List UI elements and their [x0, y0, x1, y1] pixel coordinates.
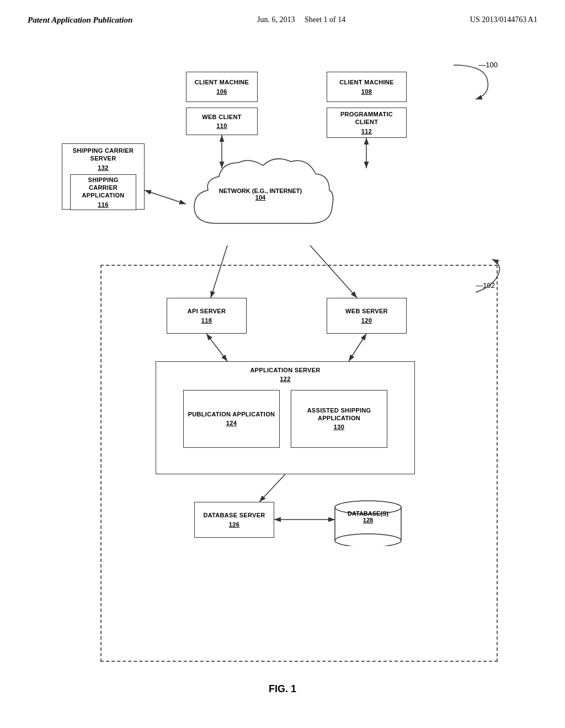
- ref-100-label: —100: [478, 61, 498, 69]
- web-client-box: WEB CLIENT 110: [186, 108, 258, 135]
- shipping-carrier-server-ref: 132: [98, 164, 108, 172]
- ref-102-label: —102: [476, 281, 495, 290]
- web-server-box: WEB SERVER 120: [327, 298, 407, 334]
- header-date: Jun. 6, 2013: [257, 15, 295, 24]
- shipping-carrier-server-box: SHIPPING CARRIER SERVER 132 SHIPPING CAR…: [62, 143, 145, 210]
- programmatic-client-title: PROGRAMMATIC CLIENT: [329, 110, 404, 126]
- header-publication-type: Patent Application Publication: [28, 15, 132, 25]
- databases-ref: 128: [332, 517, 404, 523]
- application-server-ref: 122: [280, 375, 290, 383]
- ref-100: 100: [486, 61, 498, 69]
- databases-label: DATABASE(S) 128: [332, 510, 404, 523]
- assisted-shipping-app-ref: 130: [334, 423, 344, 431]
- databases-title: DATABASE(S): [332, 510, 404, 517]
- api-server-title: API SERVER: [188, 307, 226, 315]
- database-server-title: DATABASE SERVER: [203, 511, 265, 519]
- svg-point-2: [335, 534, 401, 546]
- client-machine-1-title: CLIENT MACHINE: [195, 78, 249, 86]
- header-date-sheet: Jun. 6, 2013 Sheet 1 of 14: [257, 15, 345, 24]
- client-machine-2-ref: 108: [361, 88, 372, 95]
- header-patent-number: US 2013/0144763 A1: [470, 15, 537, 24]
- network-label: NETWORK (E.G., INTERNET) 104: [219, 188, 302, 201]
- diagram: —100 CLIENT MACHINE 106 WEB CLIENT 110 C…: [56, 61, 509, 681]
- svg-line-8: [145, 190, 186, 204]
- publication-app-title: PUBLICATION APPLICATION: [188, 410, 275, 418]
- header-sheet: Sheet 1 of 14: [305, 15, 345, 24]
- network-title: NETWORK (E.G., INTERNET): [219, 188, 302, 194]
- web-client-ref: 110: [216, 122, 227, 130]
- web-server-ref: 120: [361, 317, 372, 324]
- programmatic-client-box: PROGRAMMATIC CLIENT 112: [327, 108, 407, 138]
- page-header: Patent Application Publication Jun. 6, 2…: [0, 0, 565, 25]
- shipping-carrier-server-title: SHIPPING CARRIER SERVER: [65, 147, 142, 163]
- publication-app-ref: 124: [226, 419, 237, 427]
- shipping-carrier-app-box: SHIPPING CARRIER APPLICATION 116: [70, 174, 136, 210]
- client-machine-2-title: CLIENT MACHINE: [339, 78, 393, 86]
- publication-app-box: PUBLICATION APPLICATION 124: [183, 390, 280, 448]
- client-machine-2-box: CLIENT MACHINE 108: [327, 72, 407, 102]
- client-machine-1-ref: 106: [216, 88, 227, 95]
- shipping-carrier-app-ref: 116: [98, 201, 108, 208]
- application-server-box: APPLICATION SERVER 122 PUBLICATION APPLI…: [156, 361, 415, 474]
- shipping-carrier-app-title: SHIPPING CARRIER APPLICATION: [73, 176, 134, 200]
- application-server-title: APPLICATION SERVER: [250, 366, 320, 374]
- databases-container: DATABASE(S) 128: [332, 496, 404, 546]
- programmatic-client-ref: 112: [361, 127, 372, 135]
- assisted-shipping-app-title: ASSISTED SHIPPING APPLICATION: [294, 406, 385, 422]
- figure-area: —100 CLIENT MACHINE 106 WEB CLIENT 110 C…: [0, 55, 565, 695]
- ref-102: 102: [483, 281, 495, 290]
- api-server-ref: 118: [201, 317, 212, 324]
- client-machine-1-box: CLIENT MACHINE 106: [186, 72, 258, 102]
- network-ref: 104: [219, 194, 302, 201]
- network-cloud: NETWORK (E.G., INTERNET) 104: [183, 146, 338, 245]
- web-client-title: WEB CLIENT: [202, 113, 241, 121]
- database-server-box: DATABASE SERVER 126: [194, 502, 274, 538]
- web-server-title: WEB SERVER: [345, 307, 388, 315]
- database-server-ref: 126: [229, 521, 239, 528]
- figure-caption: FIG. 1: [269, 683, 296, 695]
- api-server-box: API SERVER 118: [167, 298, 247, 334]
- assisted-shipping-app-box: ASSISTED SHIPPING APPLICATION 130: [291, 390, 387, 448]
